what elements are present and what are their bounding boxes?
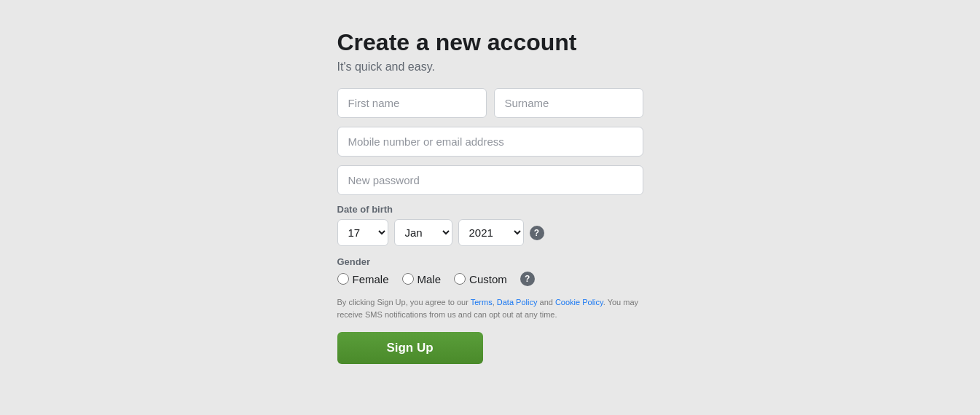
dob-row: 17 1 2 3 4 5 6 7 8 9 10 11 12 13 14 15 1…	[337, 219, 643, 246]
dob-month-select[interactable]: Jan Feb Mar Apr May Jun Jul Aug Sep Oct …	[394, 219, 452, 246]
gender-female-option[interactable]: Female	[337, 273, 389, 285]
terms-link[interactable]: Terms	[471, 298, 493, 307]
gender-help-icon[interactable]: ?	[520, 272, 535, 286]
page-title: Create a new account	[337, 29, 643, 56]
dob-label: Date of birth	[337, 204, 643, 215]
mobile-email-input[interactable]	[337, 127, 643, 157]
gender-section: Gender Female Male Custom ?	[337, 256, 643, 286]
gender-female-label: Female	[353, 273, 389, 285]
gender-male-label: Male	[418, 273, 442, 285]
dob-section: Date of birth 17 1 2 3 4 5 6 7 8 9 10 11…	[337, 204, 643, 246]
page-subtitle: It's quick and easy.	[337, 60, 643, 74]
password-input[interactable]	[337, 165, 643, 195]
terms-text: By clicking Sign Up, you agree to our Te…	[337, 296, 643, 320]
cookie-policy-link[interactable]: Cookie Policy	[555, 298, 603, 307]
gender-custom-radio[interactable]	[454, 273, 466, 285]
email-row	[337, 127, 643, 157]
signup-button[interactable]: Sign Up	[337, 332, 483, 364]
registration-form: Create a new account It's quick and easy…	[337, 15, 643, 379]
dob-help-icon[interactable]: ?	[530, 226, 544, 240]
gender-custom-label: Custom	[469, 273, 507, 285]
gender-label: Gender	[337, 256, 643, 267]
dob-year-select[interactable]: 2021 2020 2019 2018 2017 2016 2015 2010 …	[458, 219, 524, 246]
gender-male-radio[interactable]	[402, 273, 414, 285]
terms-and: and	[537, 298, 554, 307]
terms-before: By clicking Sign Up, you agree to our	[337, 298, 471, 307]
password-row	[337, 165, 643, 195]
gender-female-radio[interactable]	[337, 273, 349, 285]
first-name-input[interactable]	[337, 88, 487, 118]
dob-day-select[interactable]: 17 1 2 3 4 5 6 7 8 9 10 11 12 13 14 15 1…	[337, 219, 388, 246]
surname-input[interactable]	[494, 88, 643, 118]
gender-custom-option[interactable]: Custom	[454, 273, 507, 285]
gender-male-option[interactable]: Male	[402, 273, 442, 285]
name-row	[337, 88, 643, 118]
gender-options-row: Female Male Custom ?	[337, 272, 643, 286]
data-policy-link[interactable]: Data Policy	[497, 298, 538, 307]
